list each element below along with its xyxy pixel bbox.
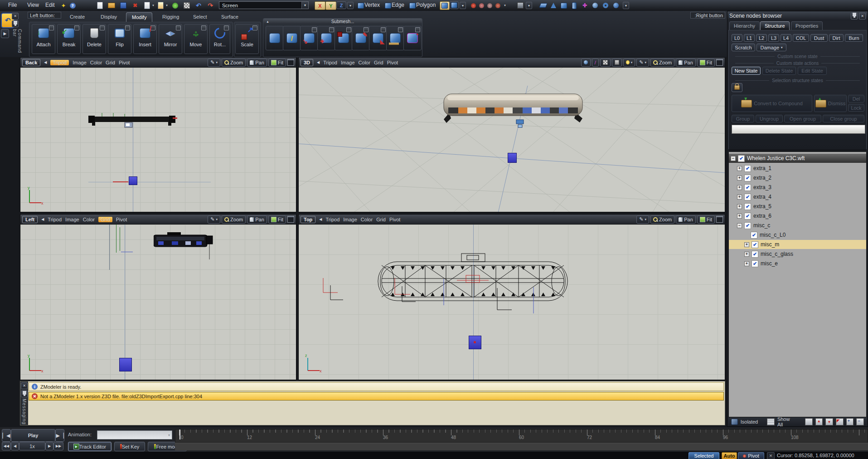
timeline-track[interactable] [175, 443, 868, 450]
lod-l2-button[interactable]: L2 [756, 34, 767, 42]
invert-visibility-icon[interactable]: ◤ [836, 418, 844, 425]
chevron-down-icon[interactable]: ▾ [781, 46, 783, 49]
visibility-checkbox[interactable]: ✔ [744, 184, 751, 191]
help-icon[interactable]: ? [69, 2, 76, 9]
expand-icon[interactable]: + [737, 214, 742, 219]
panel-pin-icon[interactable] [851, 13, 858, 20]
menu-grid[interactable]: Grid [98, 217, 112, 222]
draw-mode-button[interactable]: ✎▾ [208, 215, 220, 224]
primitive-cube-icon[interactable] [560, 2, 567, 9]
viewport-back-canvas[interactable]: y x [20, 68, 296, 212]
menu-color[interactable]: Color [359, 60, 370, 65]
select-mode-alt-icon[interactable] [450, 1, 459, 9]
expand-icon[interactable]: + [744, 252, 749, 257]
menu-image[interactable]: Image [343, 217, 357, 222]
open-file-icon[interactable] [108, 2, 115, 9]
screen-mode-dropdown[interactable]: Screen ▾ [219, 1, 309, 9]
menu-image[interactable]: Image [341, 60, 355, 65]
viewport-left-canvas[interactable]: y x [20, 225, 296, 380]
message-error-row[interactable]: ✕ Not a ZModeler 1.x version Z3D file. f… [29, 392, 724, 400]
submesh-tool-5-button[interactable] [335, 26, 353, 50]
primitive-plane-icon[interactable] [539, 2, 547, 9]
messaging-close-icon[interactable]: ✕ [21, 382, 28, 389]
rotate-button[interactable]: Rot... [209, 24, 230, 54]
fast-forward-button[interactable]: ▶▶ [53, 442, 63, 450]
lock-toggle-button[interactable] [732, 83, 742, 92]
play-button[interactable]: Play [11, 429, 55, 442]
menu-pivot[interactable]: Pivot [119, 60, 130, 65]
move-button[interactable]: ↔↕Move [184, 24, 208, 54]
menu-pivot[interactable]: Pivot [387, 60, 398, 65]
group-button[interactable]: Group [732, 115, 754, 122]
mirror-button[interactable]: ◀▶Mirror [159, 24, 182, 54]
visibility-checkbox[interactable]: ✔ [744, 222, 751, 229]
tab-surface[interactable]: Surface [216, 12, 244, 21]
animation-dropdown[interactable]: ▾ [97, 430, 172, 439]
lock-button[interactable]: Lock [848, 104, 864, 112]
menu-grid[interactable]: Grid [106, 60, 115, 65]
lod-col-button[interactable]: COL [793, 34, 809, 42]
submesh-tool-9-button[interactable]: ● [403, 26, 422, 50]
export-dropdown-icon[interactable]: ▾ [163, 2, 170, 9]
ungroup-button[interactable]: Ungroup [756, 115, 783, 122]
menu-image[interactable]: Image [65, 217, 79, 222]
material-editor-icon[interactable] [183, 2, 190, 9]
new-file-icon[interactable] [96, 2, 103, 9]
menu-tripod[interactable]: Tripod [48, 217, 62, 222]
polygon-mode-button[interactable]: Polygon [416, 2, 436, 8]
selected-mode-button[interactable]: Selected [689, 452, 719, 459]
vertex-mode-button[interactable]: Vertex [364, 2, 380, 8]
tree-row-misc-c-glass[interactable]: +✔misc_c_glass [729, 249, 866, 259]
submesh-tool-2-button[interactable]: / [283, 26, 301, 50]
menu-grid[interactable]: Grid [376, 217, 386, 222]
tree-row-extra-3[interactable]: +✔extra_3 [729, 183, 866, 192]
insert-button[interactable]: /Insert [133, 24, 157, 54]
lod-l4-button[interactable]: L4 [781, 34, 791, 42]
menu-color[interactable]: Color [83, 217, 95, 222]
visibility-checkbox[interactable]: ✔ [744, 194, 751, 200]
visibility-checkbox[interactable]: ✔ [752, 241, 758, 248]
import-dropdown-icon[interactable]: ▾ [150, 2, 157, 9]
viewport-3d-canvas[interactable] [299, 68, 725, 212]
collapse-group-icon[interactable]: ▲ [266, 20, 269, 23]
expand-icon[interactable]: + [737, 166, 742, 171]
state-name-input[interactable] [732, 125, 865, 134]
axis-y-button[interactable]: Y [325, 1, 336, 10]
track-editor-button[interactable]: ▶ Track Editor [68, 442, 112, 451]
isolated-label[interactable]: Isolated [741, 419, 758, 425]
panel-close-icon[interactable]: ✕ [859, 13, 866, 20]
maximize-icon[interactable] [287, 59, 294, 66]
expand-rail-button[interactable]: ▶ [1, 29, 9, 38]
zoom-button[interactable]: Zoom [222, 59, 246, 67]
menu-grid[interactable]: Grid [374, 60, 383, 65]
open-group-button[interactable]: Open group [784, 115, 821, 122]
manipulator-4-icon[interactable] [494, 2, 501, 9]
visibility-checkbox[interactable]: ✔ [738, 155, 745, 162]
polygon-mode-icon[interactable] [409, 2, 416, 9]
maximize-icon[interactable] [716, 59, 723, 66]
show-all-icon[interactable] [767, 418, 775, 425]
menu-edit[interactable]: Edit [45, 2, 55, 8]
update-icon[interactable] [171, 2, 179, 9]
viewport-left-name[interactable]: Left [22, 216, 38, 223]
edge-mode-button[interactable]: Edge [392, 2, 404, 8]
submesh-tool-4-button[interactable]: ✚ [317, 26, 335, 50]
menu-color[interactable]: Color [361, 217, 373, 222]
state-damage-button[interactable]: Damage▾ [756, 44, 786, 51]
axis-z-button[interactable]: Z [336, 1, 346, 9]
lighting-button[interactable]: ▾ [623, 59, 635, 67]
viewport-top-canvas[interactable]: z x [299, 225, 725, 380]
set-key-button[interactable]: Set Key [114, 442, 145, 451]
auto-mode-button[interactable]: Auto [722, 452, 737, 459]
wire-button[interactable]: / [592, 59, 599, 67]
pan-button[interactable]: Pan [247, 215, 267, 224]
shading-button[interactable] [581, 59, 591, 67]
primitive-axes-icon[interactable]: ✚ [581, 2, 588, 9]
pan-button[interactable]: Pan [676, 215, 696, 224]
axis-x-button[interactable]: X [315, 1, 325, 10]
lod-l0-button[interactable]: L0 [732, 34, 742, 42]
scale-button[interactable]: ↗Scale [235, 24, 259, 54]
primitive-torus-icon[interactable] [602, 2, 609, 9]
tab-structure[interactable]: Structure [760, 21, 790, 30]
expand-icon[interactable]: + [737, 185, 742, 190]
